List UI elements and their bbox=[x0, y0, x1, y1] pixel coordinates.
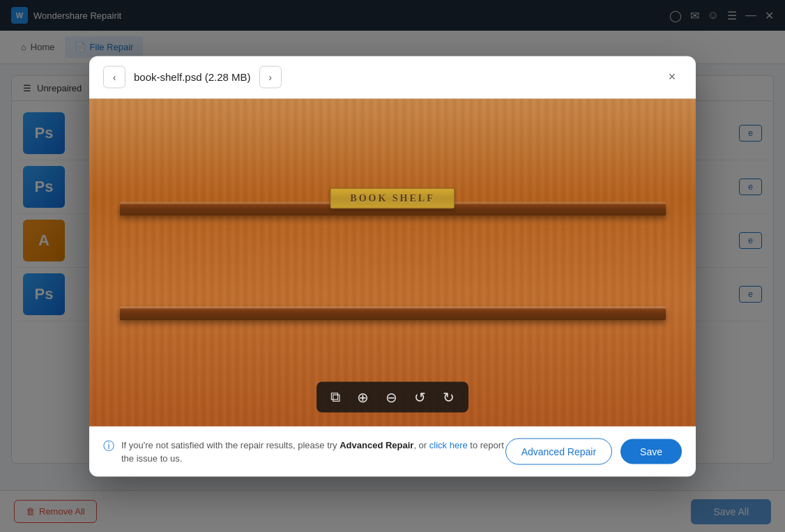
rotate-right-icon[interactable]: ↻ bbox=[443, 388, 455, 405]
rotate-left-icon[interactable]: ↺ bbox=[414, 388, 426, 405]
modal-image-area: BOOK SHELF ⧉ ⊕ ⊖ ↺ ↻ bbox=[89, 98, 696, 426]
zoom-out-icon[interactable]: ⊖ bbox=[386, 388, 397, 405]
preview-modal: ‹ book-shelf.psd (2.28 MB) › × BOOK SHEL… bbox=[89, 56, 696, 476]
chevron-right-icon: › bbox=[268, 71, 272, 82]
bookshelf-image: BOOK SHELF bbox=[89, 98, 696, 426]
wood-grain-overlay bbox=[89, 98, 696, 426]
chevron-left-icon: ‹ bbox=[113, 71, 116, 82]
modal-header: ‹ book-shelf.psd (2.28 MB) › × bbox=[89, 56, 696, 98]
modal-filename: book-shelf.psd (2.28 MB) bbox=[134, 71, 251, 83]
modal-footer: ⓘ If you're not satisfied with the repai… bbox=[89, 426, 696, 476]
advanced-repair-bold: Advanced Repair bbox=[340, 439, 413, 450]
expand-icon[interactable]: ⧉ bbox=[330, 389, 340, 405]
zoom-in-icon[interactable]: ⊕ bbox=[357, 388, 369, 405]
shelf-label: BOOK SHELF bbox=[330, 188, 455, 208]
footer-message: If you're not satisfied with the repair … bbox=[121, 438, 505, 465]
close-icon: × bbox=[669, 70, 676, 84]
modal-navigation: ‹ book-shelf.psd (2.28 MB) › bbox=[103, 66, 282, 88]
bottom-shelf bbox=[120, 307, 666, 320]
footer-actions: Advanced Repair Save bbox=[505, 439, 682, 465]
app-window: W Wondershare Repairit ◯ ✉ ☺ ☰ — ✕ ⌂ Hom… bbox=[0, 0, 785, 532]
image-toolbar: ⧉ ⊕ ⊖ ↺ ↻ bbox=[317, 381, 468, 412]
next-file-button[interactable]: › bbox=[259, 66, 282, 88]
top-shelf: BOOK SHELF bbox=[120, 203, 666, 215]
save-button[interactable]: Save bbox=[620, 439, 682, 464]
modal-close-button[interactable]: × bbox=[662, 67, 682, 86]
info-icon: ⓘ bbox=[103, 439, 114, 453]
advanced-repair-button[interactable]: Advanced Repair bbox=[505, 439, 612, 465]
prev-file-button[interactable]: ‹ bbox=[103, 66, 125, 88]
footer-info: ⓘ If you're not satisfied with the repai… bbox=[103, 438, 505, 465]
click-here-link[interactable]: click here bbox=[429, 439, 468, 450]
